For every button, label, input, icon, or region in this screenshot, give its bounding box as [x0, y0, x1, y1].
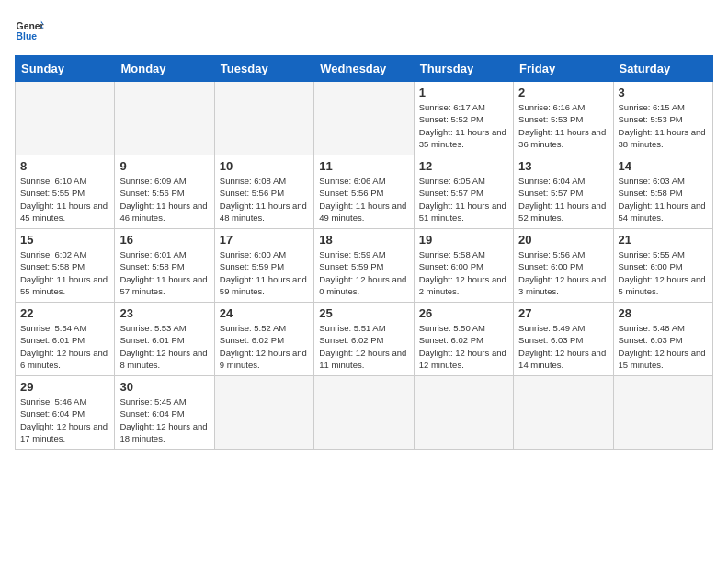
day-number: 23 — [119, 306, 209, 320]
calendar-cell — [314, 376, 414, 450]
logo: General Blue — [15, 15, 48, 44]
calendar-cell: 11Sunrise: 6:06 AMSunset: 5:56 PMDayligh… — [314, 155, 414, 229]
calendar-cell — [214, 376, 313, 450]
calendar-cell: 15Sunrise: 6:02 AMSunset: 5:58 PMDayligh… — [16, 229, 115, 303]
calendar-cell: 23Sunrise: 5:53 AMSunset: 6:01 PMDayligh… — [115, 303, 214, 376]
day-number: 11 — [319, 159, 408, 173]
day-number: 3 — [619, 86, 708, 99]
day-info: Sunrise: 6:05 AMSunset: 5:57 PMDaylight:… — [419, 175, 508, 224]
day-number: 9 — [119, 159, 209, 173]
day-number: 24 — [220, 306, 309, 320]
day-number: 2 — [518, 86, 608, 99]
day-info: Sunrise: 5:48 AMSunset: 6:03 PMDaylight:… — [619, 322, 708, 371]
calendar-cell: 22Sunrise: 5:54 AMSunset: 6:01 PMDayligh… — [16, 303, 115, 376]
day-number: 18 — [319, 233, 408, 247]
day-number: 30 — [119, 380, 209, 394]
weekday-header-friday: Friday — [514, 56, 613, 82]
day-number: 12 — [419, 159, 508, 173]
logo-icon: General Blue — [15, 15, 44, 44]
calendar-cell: 21Sunrise: 5:55 AMSunset: 6:00 PMDayligh… — [613, 229, 712, 303]
calendar-cell: 27Sunrise: 5:49 AMSunset: 6:03 PMDayligh… — [514, 303, 613, 376]
day-info: Sunrise: 5:49 AMSunset: 6:03 PMDaylight:… — [518, 322, 608, 371]
calendar-cell: 14Sunrise: 6:03 AMSunset: 5:58 PMDayligh… — [613, 155, 712, 229]
day-info: Sunrise: 5:54 AMSunset: 6:01 PMDaylight:… — [20, 322, 109, 371]
day-info: Sunrise: 5:52 AMSunset: 6:02 PMDaylight:… — [220, 322, 309, 371]
day-info: Sunrise: 5:56 AMSunset: 6:00 PMDaylight:… — [518, 248, 608, 297]
day-info: Sunrise: 6:16 AMSunset: 5:53 PMDaylight:… — [518, 101, 608, 150]
day-number: 8 — [20, 159, 109, 173]
day-number: 22 — [20, 306, 109, 320]
calendar-week-row: 1Sunrise: 6:17 AMSunset: 5:52 PMDaylight… — [16, 82, 713, 155]
calendar-cell: 29Sunrise: 5:46 AMSunset: 6:04 PMDayligh… — [16, 376, 115, 450]
day-info: Sunrise: 6:10 AMSunset: 5:55 PMDaylight:… — [20, 175, 109, 224]
day-number: 25 — [319, 306, 408, 320]
calendar-cell: 30Sunrise: 5:45 AMSunset: 6:04 PMDayligh… — [115, 376, 214, 450]
day-info: Sunrise: 6:08 AMSunset: 5:56 PMDaylight:… — [220, 175, 309, 224]
day-number: 10 — [220, 159, 309, 173]
calendar-cell — [214, 82, 313, 155]
svg-text:Blue: Blue — [17, 31, 38, 41]
day-number: 20 — [518, 233, 608, 247]
calendar-cell: 18Sunrise: 5:59 AMSunset: 5:59 PMDayligh… — [314, 229, 414, 303]
day-info: Sunrise: 5:51 AMSunset: 6:02 PMDaylight:… — [319, 322, 408, 371]
day-number: 21 — [619, 233, 708, 247]
weekday-header-thursday: Thursday — [414, 56, 513, 82]
calendar-cell: 9Sunrise: 6:09 AMSunset: 5:56 PMDaylight… — [115, 155, 214, 229]
day-info: Sunrise: 6:00 AMSunset: 5:59 PMDaylight:… — [220, 248, 309, 297]
day-info: Sunrise: 5:58 AMSunset: 6:00 PMDaylight:… — [419, 248, 508, 297]
day-number: 19 — [419, 233, 508, 247]
day-info: Sunrise: 6:04 AMSunset: 5:57 PMDaylight:… — [518, 175, 608, 224]
calendar-cell: 10Sunrise: 6:08 AMSunset: 5:56 PMDayligh… — [214, 155, 313, 229]
calendar-cell — [414, 376, 513, 450]
day-info: Sunrise: 5:46 AMSunset: 6:04 PMDaylight:… — [20, 396, 109, 444]
day-number: 13 — [518, 159, 608, 173]
calendar-cell: 8Sunrise: 6:10 AMSunset: 5:55 PMDaylight… — [16, 155, 115, 229]
page-header: General Blue — [15, 15, 713, 44]
day-info: Sunrise: 5:45 AMSunset: 6:04 PMDaylight:… — [119, 396, 209, 444]
day-info: Sunrise: 6:09 AMSunset: 5:56 PMDaylight:… — [119, 175, 209, 224]
calendar-cell: 19Sunrise: 5:58 AMSunset: 6:00 PMDayligh… — [414, 229, 513, 303]
day-info: Sunrise: 6:06 AMSunset: 5:56 PMDaylight:… — [319, 175, 408, 224]
calendar-cell: 12Sunrise: 6:05 AMSunset: 5:57 PMDayligh… — [414, 155, 513, 229]
day-number: 14 — [619, 159, 708, 173]
day-number: 16 — [119, 233, 209, 247]
day-number: 15 — [20, 233, 109, 247]
day-info: Sunrise: 6:03 AMSunset: 5:58 PMDaylight:… — [619, 175, 708, 224]
calendar-cell: 2Sunrise: 6:16 AMSunset: 5:53 PMDaylight… — [514, 82, 613, 155]
day-info: Sunrise: 5:53 AMSunset: 6:01 PMDaylight:… — [119, 322, 209, 371]
calendar-cell — [16, 82, 115, 155]
calendar-cell: 20Sunrise: 5:56 AMSunset: 6:00 PMDayligh… — [514, 229, 613, 303]
svg-text:General: General — [17, 21, 44, 31]
calendar-week-row: 8Sunrise: 6:10 AMSunset: 5:55 PMDaylight… — [16, 155, 713, 229]
calendar-table: SundayMondayTuesdayWednesdayThursdayFrid… — [15, 55, 713, 450]
day-info: Sunrise: 6:15 AMSunset: 5:53 PMDaylight:… — [619, 101, 708, 150]
calendar-cell: 1Sunrise: 6:17 AMSunset: 5:52 PMDaylight… — [414, 82, 513, 155]
calendar-cell: 13Sunrise: 6:04 AMSunset: 5:57 PMDayligh… — [514, 155, 613, 229]
calendar-week-row: 22Sunrise: 5:54 AMSunset: 6:01 PMDayligh… — [16, 303, 713, 376]
day-number: 26 — [419, 306, 508, 320]
calendar-cell — [613, 376, 712, 450]
calendar-cell: 3Sunrise: 6:15 AMSunset: 5:53 PMDaylight… — [613, 82, 712, 155]
calendar-cell: 25Sunrise: 5:51 AMSunset: 6:02 PMDayligh… — [314, 303, 414, 376]
calendar-cell: 16Sunrise: 6:01 AMSunset: 5:58 PMDayligh… — [115, 229, 214, 303]
calendar-cell: 26Sunrise: 5:50 AMSunset: 6:02 PMDayligh… — [414, 303, 513, 376]
day-info: Sunrise: 6:02 AMSunset: 5:58 PMDaylight:… — [20, 248, 109, 297]
calendar-header-row: SundayMondayTuesdayWednesdayThursdayFrid… — [16, 56, 713, 82]
day-number: 17 — [220, 233, 309, 247]
calendar-week-row: 15Sunrise: 6:02 AMSunset: 5:58 PMDayligh… — [16, 229, 713, 303]
day-info: Sunrise: 6:17 AMSunset: 5:52 PMDaylight:… — [419, 101, 508, 150]
calendar-cell — [314, 82, 414, 155]
calendar-cell: 28Sunrise: 5:48 AMSunset: 6:03 PMDayligh… — [613, 303, 712, 376]
weekday-header-tuesday: Tuesday — [214, 56, 313, 82]
day-info: Sunrise: 5:59 AMSunset: 5:59 PMDaylight:… — [319, 248, 408, 297]
calendar-cell — [514, 376, 613, 450]
calendar-cell: 17Sunrise: 6:00 AMSunset: 5:59 PMDayligh… — [214, 229, 313, 303]
weekday-header-monday: Monday — [115, 56, 214, 82]
calendar-cell — [115, 82, 214, 155]
day-number: 1 — [419, 86, 508, 99]
day-info: Sunrise: 5:50 AMSunset: 6:02 PMDaylight:… — [419, 322, 508, 371]
day-number: 28 — [619, 306, 708, 320]
day-number: 29 — [20, 380, 109, 394]
weekday-header-saturday: Saturday — [613, 56, 712, 82]
weekday-header-wednesday: Wednesday — [314, 56, 414, 82]
